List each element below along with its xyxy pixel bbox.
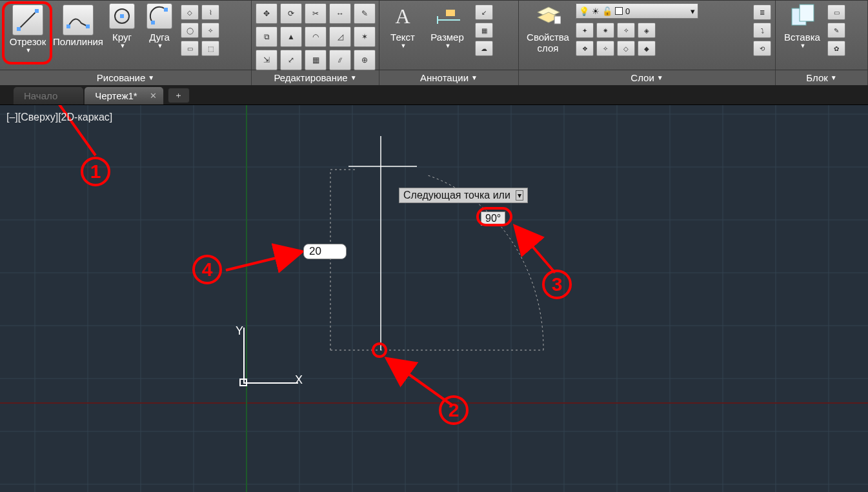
layer-tool-1[interactable]: ✦ (576, 23, 594, 38)
block-create[interactable]: ▭ (827, 5, 845, 20)
tooltip-text: Следующая точка или (403, 190, 510, 201)
svg-rect-6 (120, 14, 124, 18)
move-button[interactable]: ✥ (256, 3, 278, 24)
draw-extra-4[interactable]: ⌇ (201, 5, 219, 20)
viewport-label[interactable]: [–][Сверху][2D-каркас] (6, 112, 112, 123)
layer-props-label1: Свойства (527, 32, 569, 43)
draw-extra-6[interactable]: ⬚ (201, 41, 219, 56)
panel-title-draw-text: Рисование (97, 72, 146, 83)
polyline-icon (63, 5, 94, 35)
polyline-button[interactable]: Полилиния (54, 3, 102, 48)
layer-tool-7[interactable]: ◇ (617, 41, 635, 56)
annot-col: ↙ ▦ ☁ (475, 3, 493, 56)
arc-icon (146, 3, 172, 29)
layer-tool-2[interactable]: ✷ (596, 23, 614, 38)
panel-title-draw[interactable]: Рисование▼ (0, 70, 252, 85)
layer-tool-5[interactable]: ❖ (576, 41, 594, 56)
ring-angle (476, 207, 512, 226)
length-input[interactable]: 20 (303, 244, 347, 259)
panel-title-block[interactable]: Блок▼ (776, 70, 868, 85)
array-button[interactable]: ▦ (305, 50, 327, 70)
lightbulb-icon: 💡 (579, 6, 589, 16)
layer-combo[interactable]: 💡 ☀ 🔓 0 ▾ (576, 3, 698, 19)
tab-start[interactable]: Начало (13, 86, 84, 104)
circle-icon (109, 3, 135, 29)
callout-1: 1 (81, 157, 110, 186)
layer-tool-4[interactable]: ◈ (638, 23, 656, 38)
draw-extra-2[interactable]: ◯ (181, 23, 199, 38)
length-value: 20 (309, 245, 321, 257)
dimension-icon (434, 3, 460, 29)
dropdown-icon[interactable]: ▾ (516, 190, 523, 201)
layer-tool-8[interactable]: ◆ (638, 41, 656, 56)
svg-rect-4 (86, 25, 90, 28)
rotate-button[interactable]: ⟳ (280, 3, 302, 24)
table-button[interactable]: ▦ (475, 23, 493, 38)
panel-title-modify[interactable]: Редактирование▼ (252, 70, 379, 85)
extend-button[interactable]: ↔ (329, 3, 351, 24)
copy-button[interactable]: ⧉ (256, 26, 278, 47)
insert-button[interactable]: Вставка ▼ (780, 3, 825, 49)
layer-props-label2: слоя (538, 43, 559, 54)
svg-rect-13 (554, 16, 561, 24)
scale-button[interactable]: ⤢ (280, 50, 302, 70)
dropdown-icon: ▼ (445, 43, 451, 49)
panel-title-block-text: Блок (806, 72, 828, 83)
drawing-canvas[interactable]: [–][Сверху][2D-каркас] Y X Следующая точ… (0, 105, 868, 492)
mirror-button[interactable]: ▲ (280, 26, 302, 47)
dropdown-icon: ▼ (401, 43, 407, 49)
dropdown-icon: ▼ (120, 43, 126, 49)
offset-button[interactable]: ⫽ (329, 50, 351, 70)
new-tab-button[interactable]: ＋ (168, 88, 190, 103)
explode-button[interactable]: ✶ (354, 26, 376, 47)
layer-tool-6[interactable]: ✧ (596, 41, 614, 56)
circle-label: Круг (112, 32, 132, 43)
draw-extra-col: ◇ ◯ ▭ (181, 3, 199, 56)
insert-label: Вставка (784, 32, 820, 43)
layer-extra-3[interactable]: ⟲ (753, 41, 771, 56)
panel-title-strip: Рисование▼ Редактирование▼ Аннотации▼ Сл… (0, 70, 868, 85)
panel-title-layers-text: Слои (631, 72, 654, 83)
layer-tool-3[interactable]: ⟡ (617, 23, 635, 38)
tab-drawing1[interactable]: Чертеж1* ✕ (84, 86, 163, 104)
draw-extra-1[interactable]: ◇ (181, 5, 199, 20)
sun-icon: ☀ (592, 6, 600, 16)
callout-4: 4 (192, 255, 222, 284)
dropdown-icon: ▼ (157, 43, 163, 49)
block-attr[interactable]: ✿ (827, 41, 845, 56)
stretch-button[interactable]: ⇲ (256, 50, 278, 70)
draw-extra-col2: ⌇ ✧ ⬚ (201, 3, 219, 56)
erase-button[interactable]: ✎ (354, 3, 376, 24)
layer-properties-button[interactable]: Свойства слоя (523, 3, 573, 54)
panel-title-annot[interactable]: Аннотации▼ (379, 70, 519, 85)
ucs-y-label: Y (236, 324, 243, 338)
lock-icon: 🔓 (602, 6, 612, 16)
draw-extra-3[interactable]: ▭ (181, 41, 199, 56)
block-edit[interactable]: ✎ (827, 23, 845, 38)
annot-extra[interactable]: ☁ (475, 41, 493, 56)
polyline-label: Полилиния (53, 37, 103, 47)
layer-extra-2[interactable]: ⤵ (753, 23, 771, 38)
callout-3: 3 (542, 270, 572, 299)
svg-rect-8 (164, 8, 168, 12)
close-icon[interactable]: ✕ (150, 91, 157, 101)
panel-block: Вставка ▼ ▭ ✎ ✿ (776, 1, 868, 70)
draw-extra-5[interactable]: ✧ (201, 23, 219, 38)
panel-title-layers[interactable]: Слои▼ (519, 70, 776, 85)
panel-title-annot-text: Аннотации (420, 72, 469, 83)
join-button[interactable]: ⊕ (354, 50, 376, 70)
fillet-button[interactable]: ◠ (305, 26, 327, 47)
text-button[interactable]: A Текст ▼ (383, 3, 422, 49)
layer-name: 0 (625, 6, 630, 16)
svg-line-50 (516, 228, 555, 273)
layer-extra-1[interactable]: ≣ (753, 5, 771, 20)
dimension-label: Размер (430, 32, 464, 43)
layer-tools: ✦ ✷ ⟡ ◈ ❖ ✧ ◇ ◆ (576, 23, 698, 57)
trim-button[interactable]: ✂ (305, 3, 327, 24)
circle-button[interactable]: Круг ▼ (105, 3, 139, 49)
dimension-button[interactable]: Размер ▼ (425, 3, 470, 49)
dynamic-input-tooltip: Следующая точка или ▾ (399, 188, 528, 203)
chamfer-button[interactable]: ◿ (329, 26, 351, 47)
leader-button[interactable]: ↙ (475, 5, 493, 20)
arc-button[interactable]: Дуга ▼ (142, 3, 177, 49)
